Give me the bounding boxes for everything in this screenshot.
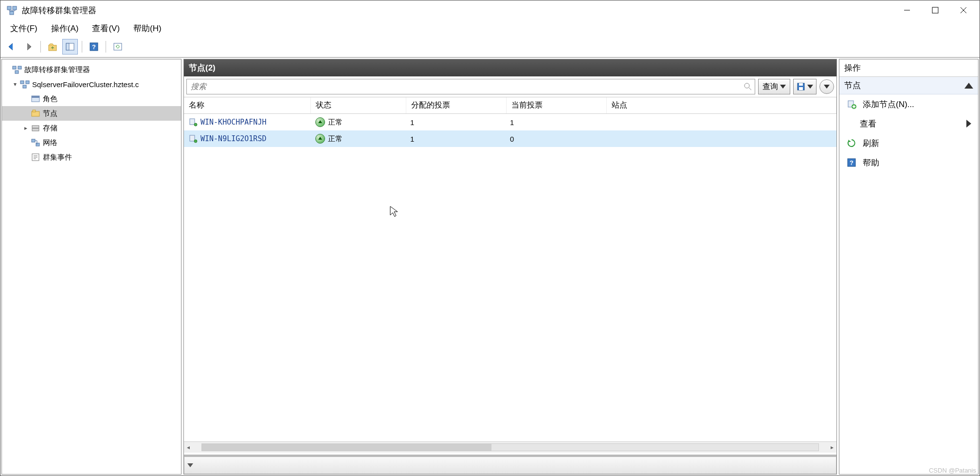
tree-cluster[interactable]: ▾ SqlserverFailoverCluster.hztest.c: [2, 77, 181, 92]
svg-rect-20: [32, 96, 39, 98]
menu-view[interactable]: 查看(V): [85, 21, 127, 36]
help-button[interactable]: ?: [86, 39, 102, 55]
col-status[interactable]: 状态: [311, 97, 406, 113]
current-vote: 0: [505, 135, 605, 143]
add-node-icon: [846, 99, 857, 110]
svg-rect-23: [32, 126, 39, 128]
detail-pane: [184, 455, 836, 474]
cluster-icon: [19, 79, 30, 90]
node-name: WIN-N9LIG2O1RSD: [200, 134, 266, 143]
svg-rect-18: [23, 85, 26, 88]
svg-text:?: ?: [92, 43, 96, 51]
query-dropdown[interactable]: 查询: [758, 79, 790, 94]
menu-action[interactable]: 操作(A): [44, 21, 86, 36]
col-current-vote[interactable]: 当前投票: [507, 97, 607, 113]
svg-rect-14: [18, 66, 21, 69]
assigned-vote: 1: [405, 135, 505, 143]
menu-help[interactable]: 帮助(H): [127, 21, 168, 36]
watermark: CSDN @Patanis: [929, 467, 976, 474]
current-vote: 1: [505, 118, 605, 127]
status-text: 正常: [328, 118, 343, 127]
search-icon[interactable]: [741, 82, 755, 91]
search-box[interactable]: [186, 79, 755, 94]
scroll-track[interactable]: [201, 443, 819, 451]
col-name[interactable]: 名称: [184, 97, 311, 113]
horizontal-scrollbar[interactable]: ◂ ▸: [184, 441, 836, 453]
tree-storage[interactable]: ▸ 存储: [2, 121, 181, 135]
show-tree-button[interactable]: [62, 39, 78, 55]
server-icon: [189, 118, 198, 127]
cluster-manager-icon: [12, 64, 22, 75]
svg-point-34: [194, 123, 197, 126]
svg-text:?: ?: [850, 159, 853, 166]
chevron-down-icon: [780, 85, 786, 89]
detail-toggle[interactable]: [184, 457, 836, 474]
maximize-button[interactable]: [921, 1, 949, 19]
chevron-down-icon: [824, 85, 830, 89]
col-site[interactable]: 站点: [607, 97, 836, 113]
tree-nodes[interactable]: 节点: [2, 106, 181, 121]
nav-forward-button[interactable]: [21, 39, 36, 55]
tree-cluster-label: SqlserverFailoverCluster.hztest.c: [32, 80, 139, 89]
menu-bar: 文件(F) 操作(A) 查看(V) 帮助(H): [0, 20, 980, 37]
tree-root-label: 故障转移群集管理器: [24, 65, 90, 74]
search-input[interactable]: [187, 82, 741, 91]
table-row[interactable]: WIN-KHOCHPAFNJH 正常 1 1: [184, 114, 836, 130]
grid-body: WIN-KHOCHPAFNJH 正常 1 1 WIN-N9LIG2O1RSD 正…: [184, 114, 836, 441]
action-add-node[interactable]: 添加节点(N)...: [839, 94, 978, 114]
tree-network[interactable]: 网络: [2, 135, 181, 150]
center-pane: 节点(2) 查询 名称 状态 分配的投票 当前投票: [183, 59, 837, 475]
tree-roles-label: 角色: [43, 94, 57, 104]
chevron-down-icon: [807, 85, 813, 89]
tree-events[interactable]: 群集事件: [2, 150, 181, 165]
more-options-button[interactable]: [819, 79, 834, 94]
table-row[interactable]: WIN-N9LIG2O1RSD 正常 1 0: [184, 130, 836, 147]
toolbar-separator: [40, 41, 41, 53]
tree-nodes-label: 节点: [43, 109, 57, 118]
title-bar: 故障转移群集管理器: [0, 0, 980, 20]
close-button[interactable]: [949, 1, 978, 19]
expand-icon[interactable]: ▸: [21, 125, 30, 131]
action-refresh[interactable]: 刷新: [839, 133, 978, 153]
svg-rect-33: [190, 119, 195, 125]
svg-point-28: [744, 83, 749, 88]
server-icon: [189, 134, 198, 143]
svg-line-29: [749, 88, 751, 90]
tree-root[interactable]: 故障转移群集管理器: [2, 62, 181, 77]
scroll-thumb[interactable]: [202, 444, 491, 451]
action-view[interactable]: 查看: [839, 114, 978, 133]
up-folder-button[interactable]: [45, 39, 60, 55]
tree-pane: 故障转移群集管理器 ▾ SqlserverFailoverCluster.hzt…: [1, 59, 181, 475]
svg-rect-26: [36, 143, 39, 146]
col-assigned-vote[interactable]: 分配的投票: [406, 97, 507, 113]
svg-rect-1: [13, 6, 17, 10]
menu-file[interactable]: 文件(F): [3, 21, 44, 36]
svg-rect-35: [190, 135, 195, 141]
actions-section[interactable]: 节点: [839, 77, 978, 94]
svg-rect-13: [13, 66, 16, 69]
help-icon: ?: [846, 157, 857, 168]
svg-rect-17: [26, 81, 29, 84]
nodes-icon: [30, 108, 41, 119]
svg-rect-2: [10, 11, 14, 15]
collapse-icon[interactable]: [964, 83, 973, 89]
status-ok-icon: [315, 117, 325, 127]
svg-rect-25: [32, 139, 35, 142]
save-icon: [797, 82, 805, 91]
scroll-left-icon[interactable]: ◂: [184, 444, 193, 451]
save-dropdown[interactable]: [793, 79, 817, 94]
svg-rect-32: [799, 87, 803, 90]
refresh-view-button[interactable]: [110, 39, 126, 55]
toolbar-separator: [82, 41, 82, 53]
svg-rect-0: [7, 6, 11, 10]
svg-rect-31: [799, 83, 803, 86]
nav-back-button[interactable]: [3, 39, 19, 55]
toolbar-separator: [106, 41, 106, 53]
action-help[interactable]: ? 帮助: [839, 153, 978, 172]
window-title: 故障转移群集管理器: [22, 5, 96, 16]
scroll-right-icon[interactable]: ▸: [828, 444, 836, 451]
tree-roles[interactable]: 角色: [2, 92, 181, 106]
collapse-icon[interactable]: ▾: [11, 81, 19, 88]
status-ok-icon: [315, 134, 325, 144]
minimize-button[interactable]: [893, 1, 921, 19]
